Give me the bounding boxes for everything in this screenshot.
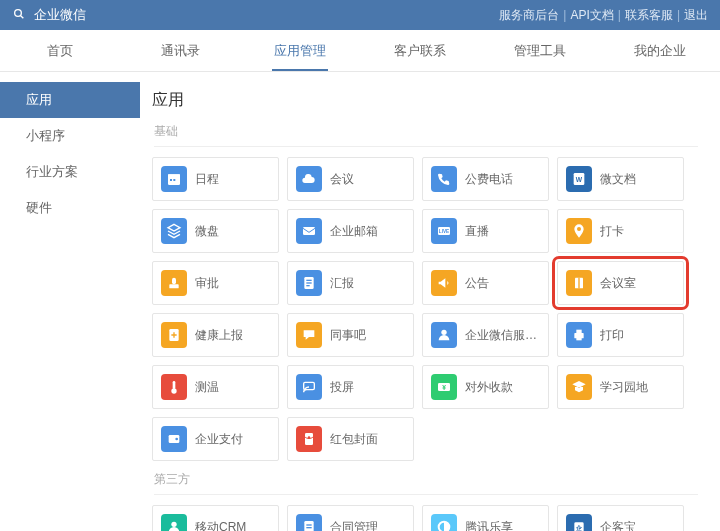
sidebar-item[interactable]: 硬件 <box>0 190 140 226</box>
app-card[interactable]: 日程 <box>152 157 279 201</box>
assistant-icon <box>431 322 457 348</box>
app-card[interactable]: 公费电话 <box>422 157 549 201</box>
contract-icon <box>296 514 322 531</box>
door-icon <box>566 270 592 296</box>
brand: 企业微信 <box>12 6 86 24</box>
app-label: 微文档 <box>600 171 636 188</box>
main: 应用 基础日程会议公费电话微文档微盘企业邮箱直播打卡审批汇报公告会议室健康上报同… <box>140 72 720 531</box>
app-card[interactable]: 直播 <box>422 209 549 253</box>
app-label: 学习园地 <box>600 379 648 396</box>
app-card[interactable]: 打卡 <box>557 209 684 253</box>
toplink[interactable]: 联系客服 <box>625 7 673 24</box>
app-card[interactable]: 企业微信服务商助手 <box>422 313 549 357</box>
wallet-icon <box>161 426 187 452</box>
app-card[interactable]: 学习园地 <box>557 365 684 409</box>
cloud-icon <box>296 166 322 192</box>
app-label: 企业支付 <box>195 431 243 448</box>
app-label: 日程 <box>195 171 219 188</box>
disk-icon <box>161 218 187 244</box>
nav-item[interactable]: 通讯录 <box>120 30 240 71</box>
calendar-icon <box>161 166 187 192</box>
toplink[interactable]: 退出 <box>684 7 708 24</box>
doc-w-icon <box>566 166 592 192</box>
app-label: 打卡 <box>600 223 624 240</box>
brand-text: 企业微信 <box>34 6 86 24</box>
app-label: 打印 <box>600 327 624 344</box>
nav-item[interactable]: 管理工具 <box>480 30 600 71</box>
section-label: 基础 <box>154 123 698 147</box>
app-card[interactable]: 健康上报 <box>152 313 279 357</box>
crm-icon <box>161 514 187 531</box>
app-card[interactable]: 公告 <box>422 261 549 305</box>
app-label: 合同管理 <box>330 519 378 532</box>
thermo-icon <box>161 374 187 400</box>
app-card[interactable]: 投屏 <box>287 365 414 409</box>
app-card[interactable]: 审批 <box>152 261 279 305</box>
topbar: 企业微信 服务商后台|API文档|联系客服|退出 <box>0 0 720 30</box>
sidebar-item[interactable]: 小程序 <box>0 118 140 154</box>
app-label: 微盘 <box>195 223 219 240</box>
nav-item[interactable]: 应用管理 <box>240 30 360 71</box>
report-icon <box>296 270 322 296</box>
health-icon <box>161 322 187 348</box>
live-icon <box>431 218 457 244</box>
page-title: 应用 <box>152 90 698 111</box>
nav-item[interactable]: 客户联系 <box>360 30 480 71</box>
chat-icon <box>296 322 322 348</box>
toplinks: 服务商后台|API文档|联系客服|退出 <box>499 7 708 24</box>
app-label: 同事吧 <box>330 327 366 344</box>
pin-icon <box>566 218 592 244</box>
app-card[interactable]: 汇报 <box>287 261 414 305</box>
app-label: 会议 <box>330 171 354 188</box>
app-label: 企业邮箱 <box>330 223 378 240</box>
app-card[interactable]: 企客宝 <box>557 505 684 531</box>
app-label: 公费电话 <box>465 171 513 188</box>
app-label: 会议室 <box>600 275 636 292</box>
redpacket-icon <box>296 426 322 452</box>
app-label: 红包封面 <box>330 431 378 448</box>
app-card[interactable]: 企业邮箱 <box>287 209 414 253</box>
svg-point-0 <box>15 10 22 17</box>
app-card[interactable]: 会议 <box>287 157 414 201</box>
navbar: 首页通讯录应用管理客户联系管理工具我的企业 <box>0 30 720 72</box>
toplink[interactable]: 服务商后台 <box>499 7 559 24</box>
app-card[interactable]: 企业支付 <box>152 417 279 461</box>
section-label: 第三方 <box>154 471 698 495</box>
app-label: 直播 <box>465 223 489 240</box>
sidebar-item[interactable]: 应用 <box>0 82 140 118</box>
app-card[interactable]: 合同管理 <box>287 505 414 531</box>
app-label: 审批 <box>195 275 219 292</box>
print-icon <box>566 322 592 348</box>
app-label: 腾讯乐享 <box>465 519 513 532</box>
qkb-icon <box>566 514 592 531</box>
announce-icon <box>431 270 457 296</box>
app-label: 对外收款 <box>465 379 513 396</box>
app-card[interactable]: 移动CRM <box>152 505 279 531</box>
toplink[interactable]: API文档 <box>570 7 613 24</box>
app-card[interactable]: 测温 <box>152 365 279 409</box>
app-label: 移动CRM <box>195 519 246 532</box>
nav-item[interactable]: 首页 <box>0 30 120 71</box>
app-card[interactable]: 对外收款 <box>422 365 549 409</box>
app-label: 企业微信服务商助手 <box>465 327 540 344</box>
app-card[interactable]: 微盘 <box>152 209 279 253</box>
app-label: 公告 <box>465 275 489 292</box>
app-grid: 日程会议公费电话微文档微盘企业邮箱直播打卡审批汇报公告会议室健康上报同事吧企业微… <box>152 157 698 461</box>
app-card[interactable]: 同事吧 <box>287 313 414 357</box>
nav-item[interactable]: 我的企业 <box>600 30 720 71</box>
app-card[interactable]: 打印 <box>557 313 684 357</box>
app-card[interactable]: 腾讯乐享 <box>422 505 549 531</box>
app-label: 测温 <box>195 379 219 396</box>
app-grid: 移动CRM合同管理腾讯乐享企客宝 <box>152 505 698 531</box>
learn-icon <box>566 374 592 400</box>
sidebar-item[interactable]: 行业方案 <box>0 154 140 190</box>
app-label: 健康上报 <box>195 327 243 344</box>
app-label: 企客宝 <box>600 519 636 532</box>
app-card[interactable]: 会议室 <box>557 261 684 305</box>
app-card[interactable]: 红包封面 <box>287 417 414 461</box>
sidebar: 应用小程序行业方案硬件 <box>0 72 140 531</box>
app-label: 汇报 <box>330 275 354 292</box>
app-card[interactable]: 微文档 <box>557 157 684 201</box>
cast-icon <box>296 374 322 400</box>
app-label: 投屏 <box>330 379 354 396</box>
